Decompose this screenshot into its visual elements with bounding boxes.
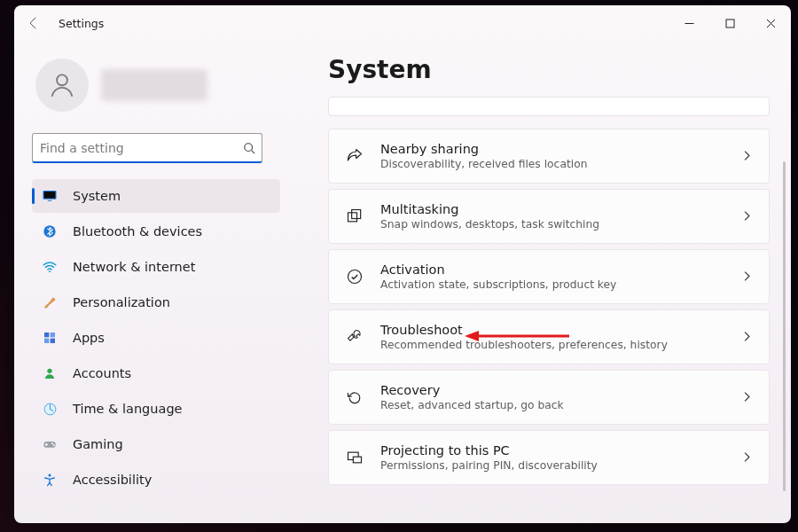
svg-rect-10: [44, 339, 49, 343]
app-title: Settings: [59, 17, 104, 30]
card-text: Activation Activation state, subscriptio…: [380, 262, 725, 291]
card-subtitle: Activation state, subscriptions, product…: [380, 278, 725, 291]
annotation-arrow: [465, 328, 571, 344]
card-subtitle: Reset, advanced startup, go back: [380, 399, 725, 411]
apps-icon: [41, 331, 59, 345]
svg-rect-18: [348, 213, 357, 222]
sidebar-item-label: Bluetooth & devices: [73, 224, 202, 239]
svg-rect-8: [44, 332, 49, 337]
sidebar-item-label: Time & language: [73, 402, 183, 416]
sidebar-nav: System Bluetooth & devices Network & int…: [32, 179, 280, 497]
card-text: Nearby sharing Discoverability, received…: [380, 142, 725, 170]
svg-point-2: [245, 144, 253, 152]
svg-rect-4: [44, 192, 56, 199]
sidebar-item-system[interactable]: System: [32, 179, 280, 213]
chevron-right-icon: [741, 389, 753, 406]
svg-rect-5: [48, 200, 52, 201]
card-title: Multitasking: [380, 202, 725, 216]
card-recovery[interactable]: Recovery Reset, advanced startup, go bac…: [328, 370, 770, 425]
sidebar-item-label: Accounts: [73, 366, 131, 380]
card-activation[interactable]: Activation Activation state, subscriptio…: [328, 249, 770, 304]
window-body: System Bluetooth & devices Network & int…: [14, 41, 791, 523]
main-pane: System Nearby sharing Discoverability, r…: [298, 41, 791, 523]
card-subtitle: Snap windows, desktops, task switching: [380, 218, 725, 231]
sidebar-item-personalization[interactable]: Personalization: [32, 286, 280, 319]
sidebar-item-apps[interactable]: Apps: [32, 321, 280, 355]
search-wrap: [32, 133, 280, 163]
sidebar-item-label: Gaming: [73, 437, 123, 451]
card-title: Nearby sharing: [380, 142, 725, 156]
svg-point-16: [53, 444, 55, 446]
sidebar-item-label: Personalization: [73, 295, 170, 309]
card-title: Recovery: [380, 383, 725, 397]
card-text: Recovery Reset, advanced startup, go bac…: [380, 383, 725, 411]
card-projecting[interactable]: Projecting to this PC Permissions, pairi…: [328, 430, 770, 485]
accessibility-icon: [41, 473, 59, 487]
svg-point-17: [48, 473, 51, 476]
titlebar-left: Settings: [25, 14, 104, 32]
sidebar-item-time-language[interactable]: Time & language: [32, 392, 280, 426]
svg-rect-9: [51, 332, 55, 337]
search-icon: [243, 141, 255, 158]
sidebar-item-accessibility[interactable]: Accessibility: [32, 463, 280, 497]
avatar: [35, 59, 89, 112]
account-header[interactable]: [32, 51, 280, 129]
svg-point-1: [57, 74, 67, 85]
titlebar: Settings: [14, 5, 791, 41]
display-icon: [41, 188, 59, 204]
svg-rect-11: [51, 339, 55, 343]
chevron-right-icon: [741, 148, 753, 165]
person-icon: [41, 366, 59, 380]
card-text: Multitasking Snap windows, desktops, tas…: [380, 202, 725, 231]
maximize-button[interactable]: [709, 10, 750, 36]
page-title: System: [328, 55, 770, 84]
chevron-right-icon: [741, 450, 753, 466]
card-text: Projecting to this PC Permissions, pairi…: [380, 443, 725, 472]
project-icon: [345, 449, 364, 466]
sidebar-item-gaming[interactable]: Gaming: [32, 427, 280, 461]
paintbrush-icon: [41, 295, 59, 310]
back-button[interactable]: [25, 14, 43, 32]
check-circle-icon: [345, 268, 364, 286]
card-subtitle: Discoverability, received files location: [380, 158, 725, 170]
scrollbar[interactable]: [783, 161, 786, 491]
sidebar-item-label: Network & internet: [73, 260, 195, 274]
card-title: Activation: [380, 262, 725, 277]
window-controls: [669, 10, 791, 36]
svg-marker-24: [465, 331, 479, 341]
svg-rect-19: [352, 210, 361, 219]
multitask-icon: [345, 207, 364, 225]
sidebar-item-label: Accessibility: [73, 473, 152, 487]
sidebar-item-bluetooth[interactable]: Bluetooth & devices: [32, 215, 280, 248]
card-nearby-sharing[interactable]: Nearby sharing Discoverability, received…: [328, 129, 770, 184]
wifi-icon: [41, 259, 59, 275]
chevron-right-icon: [741, 208, 753, 225]
svg-point-12: [47, 369, 51, 373]
close-button[interactable]: [750, 10, 791, 36]
svg-point-15: [51, 442, 53, 444]
settings-window: Settings: [14, 5, 791, 523]
account-name-redacted: [101, 69, 207, 101]
card-subtitle: Permissions, pairing PIN, discoverabilit…: [380, 459, 725, 472]
svg-rect-22: [353, 457, 361, 463]
gamepad-icon: [41, 436, 59, 452]
sidebar-item-network[interactable]: Network & internet: [32, 250, 280, 284]
sidebar-item-label: Apps: [73, 331, 105, 345]
sidebar: System Bluetooth & devices Network & int…: [14, 41, 298, 523]
card-multitasking[interactable]: Multitasking Snap windows, desktops, tas…: [328, 189, 770, 244]
chevron-right-icon: [741, 269, 753, 286]
share-icon: [345, 147, 364, 165]
sidebar-item-label: System: [73, 189, 121, 203]
card-title: Projecting to this PC: [380, 443, 725, 458]
sidebar-item-accounts[interactable]: Accounts: [32, 356, 280, 390]
svg-rect-0: [726, 20, 734, 27]
svg-point-7: [49, 270, 51, 272]
chevron-right-icon: [741, 329, 753, 346]
partial-card-top[interactable]: [328, 97, 770, 116]
wrench-icon: [345, 328, 364, 346]
recovery-icon: [345, 388, 364, 406]
minimize-button[interactable]: [669, 10, 709, 36]
bluetooth-icon: [41, 224, 59, 239]
search-input[interactable]: [32, 133, 262, 163]
globe-clock-icon: [41, 402, 59, 417]
